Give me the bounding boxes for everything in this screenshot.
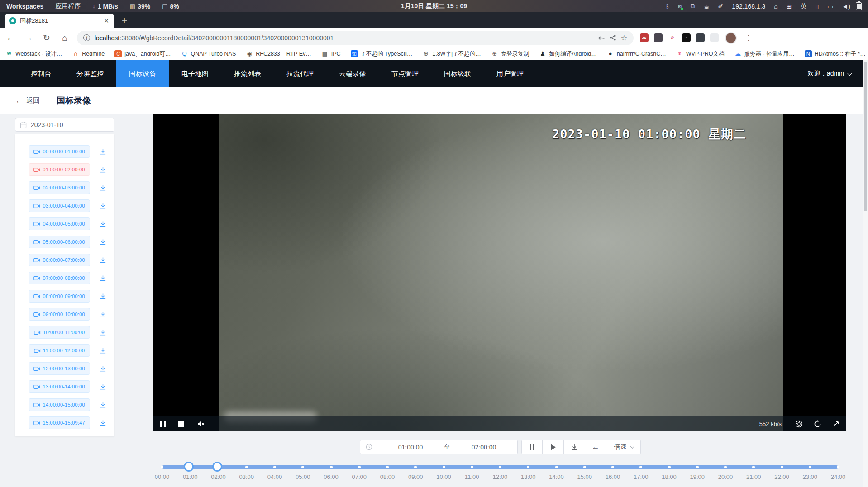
bookmark-item[interactable]: 知 了不起的 TypeScri… (351, 50, 413, 58)
new-tab-button[interactable]: ＋ (120, 14, 129, 26)
back-button[interactable]: ← (5, 33, 16, 43)
play-button[interactable] (543, 440, 564, 454)
download-segment-button[interactable] (97, 345, 108, 356)
download-segment-button[interactable] (97, 236, 108, 247)
download-segment-button[interactable] (97, 164, 108, 175)
tray-icon[interactable]: ▯ (816, 3, 819, 10)
segment-chip[interactable]: 01:00:00-02:00:00 (29, 163, 90, 176)
tray-icon[interactable]: ⧈ (678, 2, 682, 10)
extension-icon[interactable] (710, 33, 719, 42)
bookmark-item[interactable]: N HDAtmos :: 种子 *… (805, 50, 866, 58)
segment-chip[interactable]: 12:00:00-13:00:00 (29, 362, 90, 375)
tray-icon[interactable]: ⧉ (691, 2, 695, 10)
segment-chip[interactable]: 04:00:00-05:00:00 (29, 217, 90, 230)
start-time-value[interactable]: 01:00:00 (377, 444, 444, 451)
tray-icon[interactable]: ⊞ (787, 3, 792, 10)
end-time-value[interactable]: 02:00:00 (450, 444, 517, 451)
nav-tab[interactable]: 分屏监控 (64, 60, 116, 87)
tray-icon[interactable]: ⌂ (774, 3, 777, 10)
bookmark-star-icon[interactable]: ☆ (621, 33, 627, 42)
battery-icon[interactable] (856, 2, 862, 10)
download-segment-button[interactable] (97, 309, 108, 320)
segment-chip[interactable]: 03:00:00-04:00:00 (29, 199, 90, 212)
workspaces-button[interactable]: Workspaces (6, 3, 43, 10)
bookmark-item[interactable]: ♆ WVP-PRO文档 (676, 50, 725, 58)
address-bar[interactable]: i localhost:38080/#/gbRecordDetail/34020… (77, 31, 634, 45)
nav-tab[interactable]: 电子地图 (169, 60, 221, 87)
bookmark-item[interactable]: ▤ IPC (321, 50, 341, 57)
download-segment-button[interactable] (97, 291, 108, 302)
profile-avatar[interactable] (725, 32, 737, 44)
segment-chip[interactable]: 07:00:00-08:00:00 (29, 272, 90, 284)
bookmark-item[interactable]: ☁ 服务器 - 轻量应用… (734, 50, 795, 58)
bookmark-item[interactable]: ⊕ 免登录复制 (491, 50, 529, 58)
download-segment-button[interactable] (97, 327, 108, 338)
nav-tab[interactable]: 拉流代理 (274, 60, 326, 87)
snapshot-aperture-icon[interactable] (795, 420, 803, 428)
tab-close-icon[interactable]: ✕ (103, 17, 110, 24)
extension-icon[interactable]: ▫ (682, 33, 691, 42)
segment-chip[interactable]: 00:00:00-01:00:00 (29, 145, 90, 158)
download-segment-button[interactable] (97, 182, 108, 193)
player-pause-icon[interactable] (160, 421, 166, 427)
segment-chip[interactable]: 06:00:00-07:00:00 (29, 254, 90, 266)
site-info-icon[interactable]: i (83, 34, 90, 41)
download-segment-button[interactable] (97, 255, 108, 265)
key-icon[interactable] (598, 34, 605, 42)
nav-tab[interactable]: 国标级联 (431, 60, 484, 87)
bookmark-item[interactable]: ≋ Webstack - 设计… (5, 50, 62, 58)
fullscreen-icon[interactable] (832, 420, 840, 428)
refresh-icon[interactable] (814, 420, 821, 428)
scrollbar-thumb[interactable] (864, 62, 867, 211)
extension-icon[interactable] (654, 33, 663, 42)
segment-chip[interactable]: 09:00:00-10:00:00 (29, 308, 90, 321)
back-link[interactable]: ← 返回 (15, 96, 40, 105)
download-segment-button[interactable] (97, 381, 108, 392)
video-player[interactable]: 2023-01-10 01:00:00 星期二 552 kb/s (153, 114, 846, 431)
segment-chip[interactable]: 05:00:00-06:00:00 (29, 236, 90, 248)
extension-icon[interactable]: JS (640, 33, 649, 42)
segment-chip[interactable]: 15:00:00-15:09:47 (29, 416, 90, 429)
time-range-input[interactable]: 01:00:00 至 02:00:00 (360, 440, 518, 454)
segment-chip[interactable]: 10:00:00-11:00:00 (29, 326, 90, 339)
browser-tab[interactable]: 国标28181 ✕ (5, 14, 114, 28)
bookmark-item[interactable]: ● hairrrrr/C-CrashC… (607, 50, 666, 57)
download-segment-button[interactable] (97, 399, 108, 410)
bookmark-item[interactable]: ⊕ 1.8W字|了不起的… (422, 50, 481, 58)
browser-home-button[interactable]: ⌂ (59, 33, 71, 43)
playback-speed-button[interactable]: 倍速 (606, 440, 641, 454)
nav-tab[interactable]: 用户管理 (484, 60, 536, 87)
reload-button[interactable]: ↻ (41, 33, 52, 43)
extension-icon[interactable]: ∅ (668, 33, 677, 42)
tray-icon[interactable]: ᛒ (666, 3, 669, 10)
nav-tab[interactable]: 控制台 (18, 60, 64, 87)
segment-chip[interactable]: 02:00:00-03:00:00 (29, 181, 90, 194)
segment-chip[interactable]: 11:00:00-12:00:00 (29, 344, 90, 357)
segment-chip[interactable]: 14:00:00-15:00:00 (29, 398, 90, 411)
tray-icon[interactable]: 192.168.1.3 (732, 3, 765, 10)
applications-button[interactable]: 应用程序 (55, 2, 81, 10)
volume-muted-icon[interactable] (197, 420, 205, 427)
nav-tab[interactable]: 云端录像 (326, 60, 379, 87)
bookmark-item[interactable]: Q QNAP Turbo NAS (181, 50, 236, 57)
bookmark-item[interactable]: C java、android可… (114, 50, 171, 58)
bookmark-item[interactable]: ♟ 如何编译Android… (539, 50, 597, 58)
tray-icon[interactable]: ◄) (842, 3, 850, 10)
bookmark-item[interactable]: ◉ RFC2833 – RTP Ev… (246, 50, 311, 57)
nav-tab[interactable]: 推流列表 (221, 60, 274, 87)
seek-back-button[interactable]: ← (585, 440, 606, 454)
user-menu[interactable]: 欢迎，admin (808, 60, 868, 87)
share-icon[interactable] (610, 34, 616, 41)
range-end-handle[interactable] (212, 462, 222, 472)
download-segment-button[interactable] (97, 273, 108, 284)
tray-icon[interactable]: ✐ (718, 3, 724, 10)
pause-button[interactable] (521, 440, 543, 454)
segment-chip[interactable]: 08:00:00-09:00:00 (29, 290, 90, 303)
download-button[interactable] (564, 440, 585, 454)
download-segment-button[interactable] (97, 218, 108, 229)
tray-icon[interactable]: ▭ (827, 3, 833, 10)
player-stop-icon[interactable] (178, 421, 184, 427)
download-segment-button[interactable] (97, 417, 108, 428)
range-start-handle[interactable] (184, 462, 194, 472)
extension-icon[interactable] (696, 33, 705, 42)
